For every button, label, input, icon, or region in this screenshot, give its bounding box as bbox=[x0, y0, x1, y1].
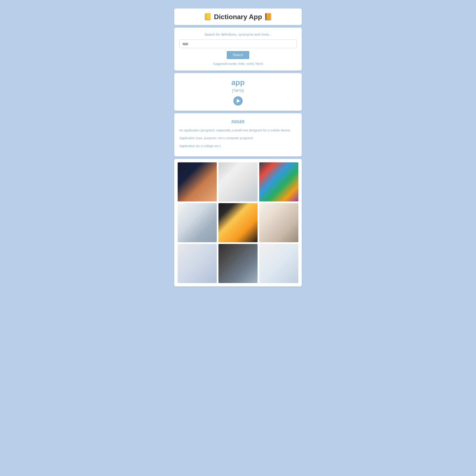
image-cell-4[interactable] bbox=[178, 203, 217, 242]
image-cell-6[interactable] bbox=[259, 203, 298, 242]
play-icon bbox=[237, 99, 240, 103]
part-of-speech: noun bbox=[179, 118, 297, 124]
image-cell-3[interactable] bbox=[259, 162, 298, 202]
image-cell-8[interactable] bbox=[219, 244, 257, 283]
phonetic: [?æ?p] bbox=[179, 88, 297, 93]
header-card: 📒 Dictionary App 📙 bbox=[174, 8, 302, 25]
search-subtitle: Search for definitions, synonyms and mor… bbox=[204, 33, 272, 36]
images-card bbox=[174, 159, 302, 287]
search-card: Search for definitions, synonyms and mor… bbox=[174, 28, 302, 70]
image-cell-5[interactable] bbox=[219, 203, 257, 242]
image-cell-2[interactable] bbox=[219, 162, 257, 202]
definition-item-2: Application (use, purpose; not a compute… bbox=[179, 136, 297, 141]
search-button[interactable]: Search bbox=[227, 51, 250, 59]
image-cell-1[interactable] bbox=[178, 162, 217, 202]
app-title: 📒 Dictionary App 📙 bbox=[179, 13, 297, 21]
definition-item-3: Application (to a college etc.) bbox=[179, 144, 297, 149]
search-input[interactable] bbox=[179, 39, 297, 48]
definition-item-1: An application (program), especially a s… bbox=[179, 128, 297, 133]
suggested-words: Suggested words: hello, world, friend bbox=[213, 62, 263, 66]
image-cell-7[interactable] bbox=[178, 244, 217, 283]
image-cell-9[interactable] bbox=[259, 244, 298, 283]
play-pronunciation-button[interactable] bbox=[233, 96, 243, 106]
page-wrapper: 📒 Dictionary App 📙 Search for definition… bbox=[174, 8, 302, 287]
definition-card: noun An application (program), especiall… bbox=[174, 113, 302, 156]
word-card: app [?æ?p] bbox=[174, 73, 302, 111]
images-grid bbox=[178, 162, 298, 283]
word-title: app bbox=[179, 78, 297, 87]
